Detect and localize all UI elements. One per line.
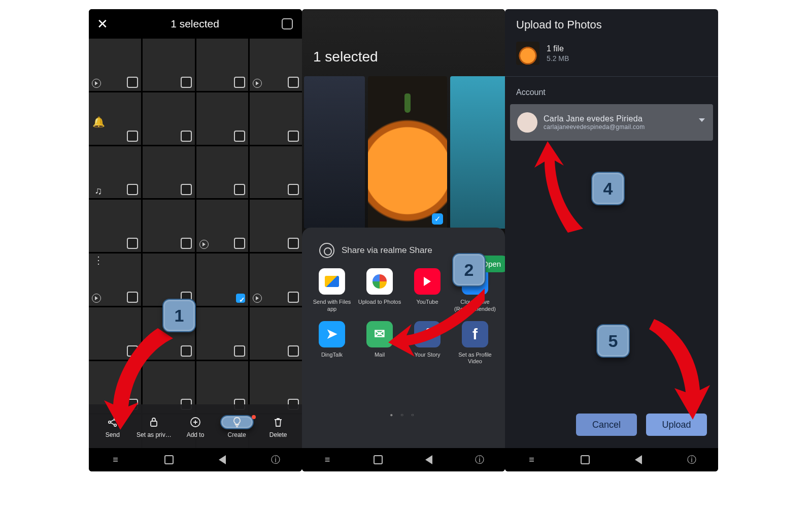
chevron-down-icon bbox=[699, 118, 705, 122]
grid-thumb[interactable] bbox=[196, 146, 249, 199]
broadcast-icon bbox=[319, 243, 334, 258]
play-icon bbox=[253, 79, 262, 88]
selection-count: 1 selected bbox=[313, 49, 378, 65]
nav-recent-icon[interactable]: ≡ bbox=[321, 454, 333, 466]
nav-home-icon[interactable] bbox=[579, 454, 591, 466]
preview-thumb-selected[interactable]: ✓ bbox=[368, 76, 447, 229]
dingtalk-icon bbox=[319, 321, 345, 347]
grid-thumb[interactable] bbox=[196, 92, 249, 145]
app-label: DingTalk bbox=[321, 352, 343, 359]
annotation-arrow bbox=[527, 141, 598, 233]
grid-thumb[interactable] bbox=[250, 307, 302, 360]
check-icon: ✓ bbox=[432, 213, 443, 225]
nav-recent-icon[interactable]: ≡ bbox=[526, 454, 538, 466]
app-label: Mail bbox=[375, 352, 385, 359]
file-thumbnail bbox=[516, 42, 539, 65]
side-toolbar: 🔔 ♫ ⋮ bbox=[92, 116, 105, 267]
play-icon bbox=[92, 79, 101, 88]
avatar bbox=[517, 112, 537, 133]
grid-thumb[interactable] bbox=[89, 39, 141, 91]
action-label: Delete bbox=[269, 431, 287, 438]
android-navbar: ≡ ⓘ bbox=[89, 448, 302, 471]
more-icon[interactable]: ⋮ bbox=[92, 254, 105, 267]
action-label: Add to bbox=[187, 431, 205, 438]
create-button[interactable]: Create bbox=[217, 415, 257, 438]
bulb-icon bbox=[220, 415, 254, 429]
screenshot-share-sheet: 1 selected ✓ Share via realme Share Open… bbox=[302, 9, 505, 471]
file-size: 5.2 MB bbox=[547, 54, 569, 62]
android-navbar: ≡ ⓘ bbox=[302, 448, 505, 471]
account-email: carlajaneevedespineda@gmail.com bbox=[544, 123, 645, 131]
account-picker[interactable]: Carla Jane evedes Pirieda carlajaneevede… bbox=[510, 104, 713, 141]
preview-area: 1 selected ✓ bbox=[302, 9, 505, 224]
nav-accessibility-icon[interactable]: ⓘ bbox=[269, 454, 282, 466]
grid-thumb[interactable] bbox=[143, 39, 195, 91]
android-navbar: ≡ ⓘ bbox=[505, 448, 718, 471]
nav-accessibility-icon[interactable]: ⓘ bbox=[473, 454, 486, 466]
preview-thumb[interactable] bbox=[304, 76, 365, 229]
bell-icon[interactable]: 🔔 bbox=[92, 116, 105, 129]
annotation-arrow bbox=[649, 314, 718, 421]
dialog-title: Upload to Photos bbox=[505, 9, 718, 40]
close-icon[interactable]: ✕ bbox=[97, 16, 108, 32]
selection-count: 1 selected bbox=[171, 18, 219, 30]
step-badge-2: 2 bbox=[452, 253, 486, 287]
step-badge-1: 1 bbox=[162, 299, 196, 332]
page-dots: ● ○ ○ bbox=[302, 412, 505, 418]
account-section-label: Account bbox=[505, 83, 718, 100]
file-count: 1 file bbox=[547, 44, 569, 53]
select-all-checkbox[interactable] bbox=[282, 18, 293, 29]
grid-thumb[interactable] bbox=[143, 200, 195, 252]
grid-thumb[interactable] bbox=[250, 146, 302, 199]
play-icon bbox=[92, 294, 101, 303]
grid-thumb[interactable] bbox=[250, 92, 302, 145]
play-icon bbox=[199, 240, 209, 249]
grid-thumb[interactable] bbox=[143, 253, 195, 306]
app-label: Send with Files app bbox=[310, 299, 354, 313]
grid-thumb[interactable] bbox=[196, 200, 249, 252]
grid-thumb[interactable] bbox=[250, 200, 302, 252]
delete-button[interactable]: Delete bbox=[258, 415, 298, 438]
action-label: Create bbox=[228, 431, 246, 438]
step-badge-5: 5 bbox=[596, 324, 630, 358]
account-name: Carla Jane evedes Pirieda bbox=[544, 114, 645, 123]
screenshot-upload-dialog: Upload to Photos 1 file 5.2 MB Account C… bbox=[505, 9, 718, 471]
music-icon[interactable]: ♫ bbox=[92, 185, 105, 198]
grid-thumb-selected[interactable] bbox=[196, 253, 249, 306]
nav-back-icon[interactable] bbox=[216, 454, 228, 466]
trash-icon bbox=[272, 415, 284, 429]
screenshot-gallery-select: ✕ 1 selected bbox=[89, 9, 302, 471]
action-label: Set as priv… bbox=[137, 431, 172, 438]
play-icon bbox=[253, 294, 262, 303]
nav-home-icon[interactable] bbox=[163, 454, 175, 466]
share-target-dingtalk[interactable]: DingTalk bbox=[310, 321, 354, 366]
share-target-files[interactable]: Send with Files app bbox=[310, 268, 354, 313]
grid-thumb[interactable] bbox=[250, 253, 302, 306]
nav-back-icon[interactable] bbox=[423, 454, 435, 466]
step-badge-4: 4 bbox=[591, 172, 625, 205]
nav-back-icon[interactable] bbox=[632, 454, 645, 466]
file-summary: 1 file 5.2 MB bbox=[505, 40, 718, 74]
selection-topbar: ✕ 1 selected bbox=[89, 9, 302, 39]
plus-circle-icon bbox=[189, 415, 201, 429]
tutorial-composite: ✕ 1 selected bbox=[43, 9, 769, 492]
cancel-button[interactable]: Cancel bbox=[576, 414, 637, 436]
files-icon bbox=[319, 268, 345, 295]
nav-home-icon[interactable] bbox=[372, 454, 384, 466]
nav-recent-icon[interactable]: ≡ bbox=[110, 454, 122, 466]
annotation-arrow bbox=[102, 328, 183, 430]
grid-thumb[interactable] bbox=[196, 39, 249, 91]
annotation-arrow bbox=[388, 289, 485, 365]
action-label: Send bbox=[106, 431, 120, 438]
preview-thumb[interactable] bbox=[450, 76, 505, 229]
grid-thumb[interactable] bbox=[250, 39, 302, 91]
nav-accessibility-icon[interactable]: ⓘ bbox=[686, 454, 698, 466]
grid-thumb[interactable] bbox=[143, 92, 195, 145]
grid-thumb[interactable] bbox=[196, 307, 249, 360]
share-via-label: Share via realme Share bbox=[342, 245, 432, 256]
divider bbox=[505, 76, 718, 77]
grid-thumb[interactable] bbox=[143, 146, 195, 199]
